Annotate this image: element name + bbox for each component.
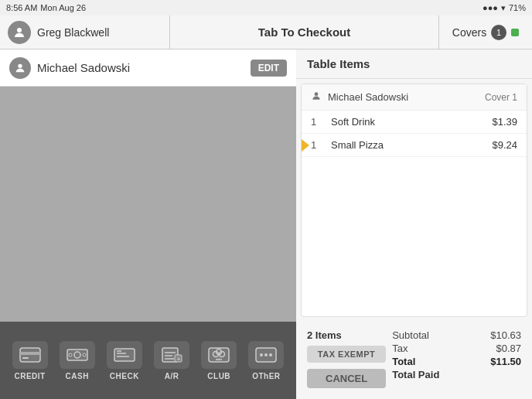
table-row: 1 Soft Drink $1.39	[302, 111, 527, 134]
svg-point-8	[69, 353, 72, 356]
staff-avatar	[8, 21, 31, 44]
covers-label: Covers	[452, 26, 486, 39]
item-qty: 1	[311, 139, 326, 151]
check-icon	[107, 341, 142, 369]
main-content: Michael Sadowski EDIT Table Items Michae…	[0, 49, 532, 322]
payment-button-ar[interactable]: + A/R	[151, 341, 193, 380]
items-list: Michael Sadowski Cover 1 1 Soft Drink $1…	[301, 84, 527, 317]
payment-buttons: CREDIT CASH CHECK	[0, 322, 296, 399]
ar-label: A/R	[165, 372, 179, 380]
svg-point-27	[260, 353, 263, 356]
bottom-area: CREDIT CASH CHECK	[0, 322, 532, 399]
cash-icon	[60, 341, 95, 369]
check-label: CHECK	[110, 372, 139, 380]
cover-person-icon	[311, 90, 322, 104]
staff-section[interactable]: Greg Blackwell	[0, 15, 170, 49]
summary-top: 2 Items TAX EXEMPT CANCEL Subtotal $10.6…	[307, 329, 521, 388]
items-container: 1 Soft Drink $1.39 1 Small Pizza $9.24	[302, 111, 527, 157]
customer-info: Michael Sadowski	[9, 57, 130, 79]
summary-actions: 2 Items TAX EXEMPT CANCEL	[307, 329, 386, 388]
customer-name: Michael Sadowski	[37, 61, 130, 74]
covers-badge: 1	[491, 25, 506, 40]
tax-exempt-button[interactable]: TAX EXEMPT	[307, 346, 386, 363]
items-count: 2 Items	[307, 329, 386, 341]
svg-point-28	[264, 353, 268, 356]
svg-rect-4	[20, 352, 40, 355]
edit-button[interactable]: EDIT	[251, 60, 287, 77]
cover-number: Cover 1	[485, 92, 517, 103]
total-paid-label: Total Paid	[392, 369, 439, 380]
other-label: OThER	[252, 372, 280, 380]
svg-point-0	[17, 28, 22, 32]
payment-button-cash[interactable]: CASH	[56, 341, 98, 380]
svg-point-9	[83, 353, 86, 356]
payment-button-other[interactable]: OThER	[245, 341, 288, 380]
customer-row: Michael Sadowski EDIT	[0, 49, 296, 87]
status-time: 8:56 AM	[6, 3, 37, 12]
club-label: CLUB	[207, 372, 230, 380]
total-line: Total $11.50	[392, 356, 521, 367]
svg-rect-5	[22, 357, 29, 359]
cover-row: Michael Sadowski Cover 1	[302, 84, 527, 111]
summary-totals: Subtotal $10.63 Tax $0.87 Total $11.50 T…	[392, 329, 521, 380]
cover-customer-name: Michael Sadowski	[328, 91, 479, 103]
cancel-button[interactable]: CANCEL	[307, 369, 386, 388]
item-name: Soft Drink	[331, 116, 492, 128]
total-label: Total	[392, 356, 415, 367]
payment-button-club[interactable]: CLUB	[198, 341, 240, 380]
item-name: Small Pizza	[331, 139, 492, 151]
payment-button-check[interactable]: CHECK	[103, 341, 145, 380]
item-qty: 1	[311, 116, 326, 128]
connection-indicator	[511, 29, 519, 36]
total-value: $11.50	[490, 356, 521, 367]
covers-section: Covers 1	[439, 15, 532, 49]
credit-icon	[12, 341, 48, 369]
customer-avatar	[9, 57, 31, 79]
battery-level: 71%	[509, 3, 526, 12]
svg-point-1	[18, 63, 22, 67]
item-price: $1.39	[492, 116, 517, 128]
status-left: 8:56 AM Mon Aug 26	[6, 3, 86, 12]
credit-label: CREDIT	[14, 372, 45, 380]
subtotal-label: Subtotal	[392, 329, 429, 341]
status-day: Mon Aug 26	[40, 3, 86, 12]
right-panel: Table Items Michael Sadowski Cover 1 1 S…	[296, 49, 532, 322]
other-icon	[248, 341, 284, 369]
club-icon	[201, 341, 237, 369]
table-row: 1 Small Pizza $9.24	[302, 134, 527, 157]
svg-point-2	[315, 92, 319, 96]
subtotal-value: $10.63	[490, 329, 521, 341]
summary-panel: 2 Items TAX EXEMPT CANCEL Subtotal $10.6…	[296, 322, 532, 399]
item-price: $9.24	[492, 139, 517, 151]
payment-button-credit[interactable]: CREDIT	[9, 341, 51, 380]
tax-label: Tax	[392, 343, 408, 354]
left-panel: Michael Sadowski EDIT	[0, 49, 296, 322]
signal-icon: ●●●	[483, 3, 498, 12]
ar-icon: +	[154, 341, 189, 369]
svg-point-29	[269, 353, 272, 356]
status-right: ●●● ▾ 71%	[483, 3, 526, 13]
tax-line: Tax $0.87	[392, 343, 521, 354]
svg-text:+: +	[177, 356, 180, 362]
tab-title[interactable]: Tab To Checkout	[170, 15, 439, 49]
subtotal-line: Subtotal $10.63	[392, 329, 521, 341]
header: Greg Blackwell Tab To Checkout Covers 1	[0, 15, 532, 49]
wifi-icon: ▾	[501, 3, 506, 13]
total-paid-line: Total Paid	[392, 369, 521, 380]
cash-label: CASH	[66, 372, 89, 380]
staff-name: Greg Blackwell	[37, 26, 109, 39]
table-items-header: Table Items	[296, 49, 532, 79]
tax-value: $0.87	[496, 343, 521, 354]
status-bar: 8:56 AM Mon Aug 26 ●●● ▾ 71%	[0, 0, 532, 15]
